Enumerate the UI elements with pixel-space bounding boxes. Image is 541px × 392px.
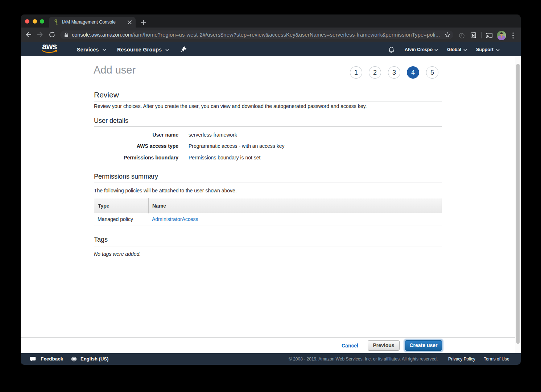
svg-text:aws: aws [42,42,57,51]
